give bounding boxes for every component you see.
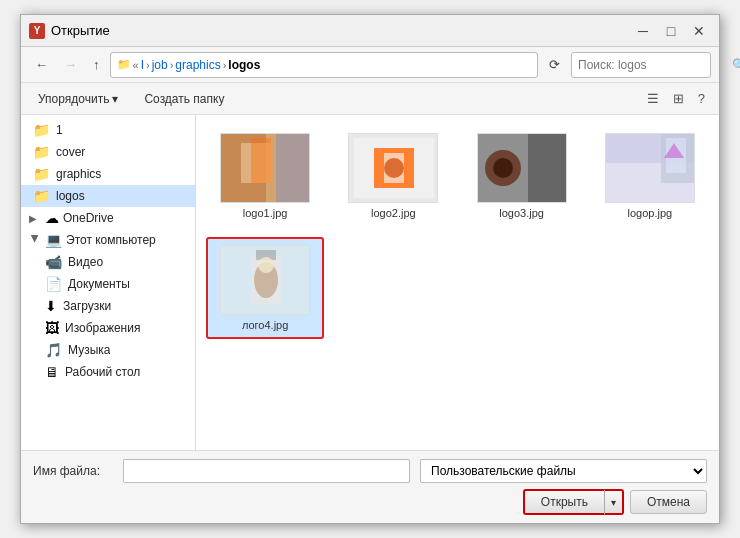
breadcrumb-bar: 📁 « I › job › graphics › logos: [110, 52, 539, 78]
sidebar-item-documents[interactable]: 📄 Документы: [21, 273, 195, 295]
sidebar-label-cover: cover: [56, 145, 85, 159]
refresh-button[interactable]: ⟳: [542, 53, 567, 76]
breadcrumb-sep-0: «: [133, 59, 139, 71]
video-icon: 📹: [45, 254, 62, 270]
file-name-logo1: logo1.jpg: [243, 207, 288, 219]
files-grid: logo1.jpg logo2.jpg: [206, 125, 709, 339]
filename-row: Имя файла: Пользовательские файлы: [33, 459, 707, 483]
view-details-button[interactable]: ⊞: [667, 87, 690, 110]
filetype-select[interactable]: Пользовательские файлы: [420, 459, 707, 483]
sidebar-item-onedrive[interactable]: ▶ ☁ OneDrive: [21, 207, 195, 229]
open-dropdown-button[interactable]: ▾: [604, 489, 624, 515]
sidebar-item-thispc[interactable]: ▶ 💻 Этот компьютер: [21, 229, 195, 251]
title-bar-left: Y Открытие: [29, 23, 110, 39]
sidebar-label-logos: logos: [56, 189, 85, 203]
folder-icon-logos: 📁: [33, 188, 50, 204]
file-thumb-logo3: [477, 133, 567, 203]
view-help-button[interactable]: ?: [692, 87, 711, 110]
sidebar-item-1[interactable]: 📁 1: [21, 119, 195, 141]
sidebar-item-graphics[interactable]: 📁 graphics: [21, 163, 195, 185]
file-name-logo4: лого4.jpg: [242, 319, 288, 331]
close-button[interactable]: ✕: [687, 21, 711, 41]
back-button[interactable]: ←: [29, 53, 54, 76]
folder-icon-graphics: 📁: [33, 166, 50, 182]
search-button[interactable]: 🔍: [732, 58, 740, 72]
buttons-row: Открыть ▾ Отмена: [33, 489, 707, 515]
breadcrumb-job[interactable]: job: [152, 58, 168, 72]
open-button[interactable]: Открыть: [523, 489, 604, 515]
images-icon: 🖼: [45, 320, 59, 336]
maximize-button[interactable]: □: [659, 21, 683, 41]
svg-point-25: [258, 257, 274, 273]
organize-label: Упорядочить: [38, 92, 109, 106]
minimize-button[interactable]: ─: [631, 21, 655, 41]
new-folder-button[interactable]: Создать папку: [135, 88, 233, 110]
thispc-expand-icon: ▶: [30, 234, 41, 246]
onedrive-label: OneDrive: [63, 211, 114, 225]
file-item-logo2[interactable]: logo2.jpg: [334, 125, 452, 227]
folder-icon-cover: 📁: [33, 144, 50, 160]
file-name-logop: logop.jpg: [628, 207, 673, 219]
breadcrumb-icon: 📁: [117, 58, 131, 71]
svg-marker-3: [251, 138, 271, 183]
download-icon: ⬇: [45, 298, 57, 314]
sidebar-label-graphics: graphics: [56, 167, 101, 181]
filename-input[interactable]: [123, 459, 410, 483]
images-label: Изображения: [65, 321, 140, 335]
forward-button[interactable]: →: [58, 53, 83, 76]
main-panel: logo1.jpg logo2.jpg: [196, 115, 719, 450]
view-buttons: ☰ ⊞ ?: [641, 87, 711, 110]
svg-point-13: [493, 158, 513, 178]
view-list-button[interactable]: ☰: [641, 87, 665, 110]
up-button[interactable]: ↑: [87, 53, 106, 76]
svg-rect-14: [528, 133, 566, 203]
file-thumb-logo2: [348, 133, 438, 203]
breadcrumb-sep-2: ›: [170, 59, 174, 71]
svg-point-9: [384, 158, 404, 178]
footer: Имя файла: Пользовательские файлы Открыт…: [21, 450, 719, 523]
sidebar: 📁 1 📁 cover 📁 graphics 📁 logos ▶ ☁: [21, 115, 196, 450]
second-toolbar: Упорядочить ▾ Создать папку ☰ ⊞ ?: [21, 83, 719, 115]
folder-icon-1: 📁: [33, 122, 50, 138]
address-toolbar: ← → ↑ 📁 « I › job › graphics › logos ⟳ 🔍: [21, 47, 719, 83]
file-item-logop[interactable]: logop.jpg: [591, 125, 709, 227]
content-area: 📁 1 📁 cover 📁 graphics 📁 logos ▶ ☁: [21, 115, 719, 450]
svg-rect-4: [276, 133, 309, 203]
file-name-logo3: logo3.jpg: [499, 207, 544, 219]
docs-label: Документы: [68, 277, 130, 291]
search-bar: 🔍: [571, 52, 711, 78]
breadcrumb-sep-1: ›: [146, 59, 150, 71]
file-name-logo2: logo2.jpg: [371, 207, 416, 219]
video-label: Видео: [68, 255, 103, 269]
sidebar-item-music[interactable]: 🎵 Музыка: [21, 339, 195, 361]
music-icon: 🎵: [45, 342, 62, 358]
sidebar-item-video[interactable]: 📹 Видео: [21, 251, 195, 273]
file-thumb-logop: [605, 133, 695, 203]
breadcrumb-graphics[interactable]: graphics: [175, 58, 220, 72]
docs-icon: 📄: [45, 276, 62, 292]
sidebar-item-desktop[interactable]: 🖥 Рабочий стол: [21, 361, 195, 383]
organize-button[interactable]: Упорядочить ▾: [29, 88, 127, 110]
desktop-icon: 🖥: [45, 364, 59, 380]
cancel-button[interactable]: Отмена: [630, 490, 707, 514]
file-item-logo3[interactable]: logo3.jpg: [463, 125, 581, 227]
sidebar-item-cover[interactable]: 📁 cover: [21, 141, 195, 163]
sidebar-item-logos[interactable]: 📁 logos: [21, 185, 195, 207]
file-item-logo1[interactable]: logo1.jpg: [206, 125, 324, 227]
filename-label: Имя файла:: [33, 464, 113, 478]
breadcrumb-sep-3: ›: [223, 59, 227, 71]
app-icon: Y: [29, 23, 45, 39]
organize-arrow-icon: ▾: [112, 92, 118, 106]
sidebar-item-images[interactable]: 🖼 Изображения: [21, 317, 195, 339]
dialog-title: Открытие: [51, 23, 110, 38]
file-thumb-logo1: [220, 133, 310, 203]
search-input[interactable]: [578, 58, 728, 72]
file-thumb-logo4: [220, 245, 310, 315]
breadcrumb-logos[interactable]: logos: [228, 58, 260, 72]
open-button-group: Открыть ▾: [523, 489, 624, 515]
title-controls: ─ □ ✕: [631, 21, 711, 41]
breadcrumb-i[interactable]: I: [141, 58, 144, 72]
desktop-label: Рабочий стол: [65, 365, 140, 379]
file-item-logo4[interactable]: лого4.jpg: [206, 237, 324, 339]
sidebar-item-downloads[interactable]: ⬇ Загрузки: [21, 295, 195, 317]
